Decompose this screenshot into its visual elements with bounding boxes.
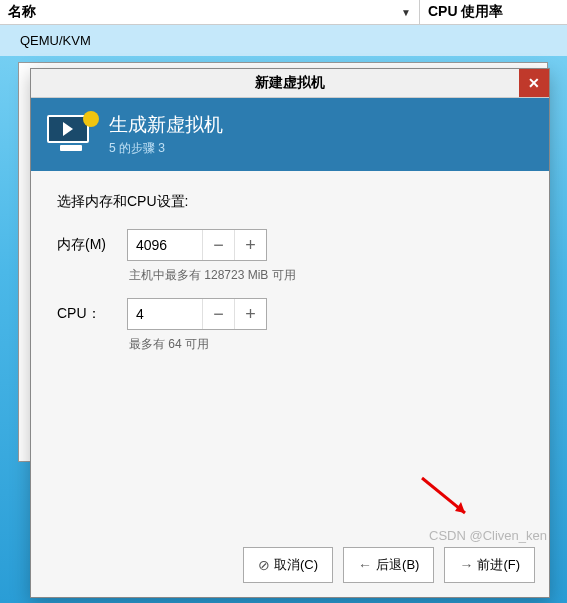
cpu-increment-button[interactable]: + bbox=[234, 299, 266, 329]
vm-list-table: 名称 ▼ CPU 使用率 QEMU/KVM bbox=[0, 0, 567, 56]
back-arrow-icon: ← bbox=[358, 557, 372, 573]
dialog-body: 选择内存和CPU设置: 内存(M) − + 主机中最多有 128723 MiB … bbox=[31, 171, 549, 533]
table-header: 名称 ▼ CPU 使用率 bbox=[0, 0, 567, 25]
close-button[interactable]: ✕ bbox=[519, 69, 549, 97]
memory-input[interactable] bbox=[128, 230, 202, 260]
section-title: 选择内存和CPU设置: bbox=[57, 193, 523, 211]
watermark: CSDN @Cliven_ken bbox=[429, 528, 547, 543]
cpu-decrement-button[interactable]: − bbox=[202, 299, 234, 329]
memory-increment-button[interactable]: + bbox=[234, 230, 266, 260]
vm-monitor-icon bbox=[47, 115, 95, 155]
forward-label: 前进(F) bbox=[477, 556, 520, 574]
forward-arrow-icon: → bbox=[459, 557, 473, 573]
column-name-label: 名称 bbox=[8, 3, 36, 21]
memory-spinner: − + bbox=[127, 229, 267, 261]
row-name: QEMU/KVM bbox=[0, 25, 420, 56]
column-cpu-header[interactable]: CPU 使用率 bbox=[420, 0, 567, 24]
cpu-spinner: − + bbox=[127, 298, 267, 330]
cancel-button[interactable]: ⊘ 取消(C) bbox=[243, 547, 333, 583]
sort-caret-icon[interactable]: ▼ bbox=[401, 7, 411, 18]
dialog-header: 生成新虚拟机 5 的步骤 3 bbox=[31, 98, 549, 171]
close-icon: ✕ bbox=[528, 75, 540, 91]
cpu-label: CPU： bbox=[57, 305, 117, 323]
cancel-label: 取消(C) bbox=[274, 556, 318, 574]
back-button[interactable]: ← 后退(B) bbox=[343, 547, 434, 583]
cpu-row: CPU： − + bbox=[57, 298, 523, 330]
memory-row: 内存(M) − + bbox=[57, 229, 523, 261]
column-name-header[interactable]: 名称 ▼ bbox=[0, 0, 420, 24]
dialog-title-text: 新建虚拟机 bbox=[255, 74, 325, 90]
cpu-hint: 最多有 64 可用 bbox=[129, 336, 523, 353]
dialog-titlebar: 新建虚拟机 ✕ bbox=[31, 69, 549, 98]
column-cpu-label: CPU 使用率 bbox=[428, 3, 503, 19]
cpu-input[interactable] bbox=[128, 299, 202, 329]
memory-hint: 主机中最多有 128723 MiB 可用 bbox=[129, 267, 523, 284]
back-label: 后退(B) bbox=[376, 556, 419, 574]
memory-decrement-button[interactable]: − bbox=[202, 230, 234, 260]
table-row[interactable]: QEMU/KVM bbox=[0, 25, 567, 56]
forward-button[interactable]: → 前进(F) bbox=[444, 547, 535, 583]
memory-label: 内存(M) bbox=[57, 236, 117, 254]
cancel-icon: ⊘ bbox=[258, 557, 270, 573]
new-vm-dialog: 新建虚拟机 ✕ 生成新虚拟机 5 的步骤 3 选择内存和CPU设置: 内存(M)… bbox=[30, 68, 550, 598]
header-title: 生成新虚拟机 bbox=[109, 112, 223, 138]
header-step: 5 的步骤 3 bbox=[109, 140, 223, 157]
